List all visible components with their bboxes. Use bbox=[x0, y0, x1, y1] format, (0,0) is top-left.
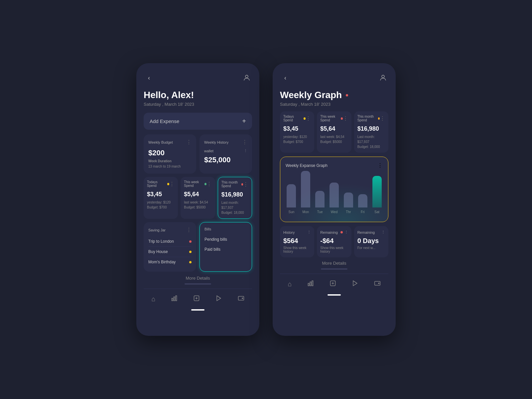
right-nav-add[interactable] bbox=[328, 278, 338, 290]
right-week-spend: This week Spend ⋮ $5,64 last week: $4,54… bbox=[317, 111, 351, 153]
home-indicator bbox=[191, 309, 204, 311]
profile-button[interactable] bbox=[241, 72, 252, 83]
weekly-budget-title: Weekly Budget ⋮ bbox=[148, 139, 192, 145]
svg-marker-17 bbox=[353, 281, 357, 286]
spend-cards-row: Todays Spend ⋮ $3,45 yesterday: $120 Bud… bbox=[144, 177, 252, 219]
wallet-amount: $25,000 bbox=[204, 156, 247, 164]
greeting-title: Hello, Alex! bbox=[144, 90, 252, 100]
todays-spend-menu[interactable]: ⋮ bbox=[169, 181, 175, 187]
month-spend-sub: Last month: $17,937 Budget: 18,000 bbox=[221, 200, 248, 215]
remaining1-menu[interactable]: ⋮ bbox=[344, 230, 348, 234]
right-back-button[interactable]: ‹ bbox=[280, 72, 291, 83]
weekly-budget-amount: $200 bbox=[148, 149, 192, 157]
nav-chart-icon[interactable] bbox=[169, 293, 180, 305]
greeting: Hello, Alex! Saturday , March 18' 2023 bbox=[144, 90, 252, 107]
right-month-spend: This month Spend ⋮ $16,980 Last month: $… bbox=[354, 111, 388, 153]
weekly-budget-card: Weekly Budget ⋮ $200 Week Duration 13 ma… bbox=[144, 134, 196, 174]
bar-thr: Thr bbox=[342, 193, 354, 214]
graph-title-row: Weekly Expanse Graph ⋮ bbox=[286, 162, 383, 169]
add-expense-bar[interactable]: Add Expense + bbox=[144, 113, 252, 130]
nav-add-icon[interactable] bbox=[191, 293, 202, 305]
weekly-history-title: Weekly History ⋮ bbox=[204, 139, 247, 145]
svg-marker-7 bbox=[217, 296, 221, 301]
bills-title: Bills bbox=[204, 227, 247, 231]
more-details: More Details bbox=[144, 276, 252, 281]
week-spend-card: This week Spend ⋮ $5,64 last week: $4,54… bbox=[181, 177, 215, 219]
right-header: ‹ bbox=[280, 72, 388, 83]
weekly-graph-date: Saturday , March 18' 2023 bbox=[280, 102, 388, 107]
weekly-graph-card: Weekly Expanse Graph ⋮ Sun Mon Tue bbox=[280, 157, 388, 222]
bills-card: Bills Pending bills Paid bills bbox=[200, 222, 252, 272]
history-row: History ⋮ $564 Show this week history Re… bbox=[280, 226, 388, 257]
right-nav-chart[interactable] bbox=[305, 278, 316, 290]
weekly-budget-menu[interactable]: ⋮ bbox=[186, 139, 192, 145]
right-month-menu[interactable]: ⋮ bbox=[380, 115, 385, 122]
svg-rect-2 bbox=[174, 297, 175, 301]
saving-jar-title: Saving Jar ⋮ bbox=[148, 227, 192, 233]
history-card: History ⋮ $564 Show this week history bbox=[280, 226, 314, 257]
right-nav-wallet[interactable] bbox=[372, 278, 383, 290]
remaining2-card: Remaining ⋮ 0 Days For next w... bbox=[354, 226, 388, 257]
nav-home-icon[interactable]: ⌂ bbox=[149, 293, 157, 305]
right-profile-button[interactable] bbox=[378, 72, 388, 83]
nav-play-icon[interactable] bbox=[213, 293, 224, 305]
week-spend-menu[interactable]: ⋮ bbox=[206, 181, 212, 187]
bar-sat: Sat bbox=[371, 176, 383, 214]
week-duration-label: Week Duration bbox=[148, 159, 192, 163]
saving-bills-row: Saving Jar ⋮ Trip to London Buy House Mo… bbox=[144, 222, 252, 272]
svg-point-19 bbox=[378, 283, 379, 284]
week-duration-value: 13 march to 19 march bbox=[148, 164, 192, 169]
svg-rect-13 bbox=[312, 281, 313, 286]
history-menu[interactable]: ⋮ bbox=[307, 230, 311, 234]
saving-item-1: Trip to London bbox=[148, 236, 192, 247]
svg-point-0 bbox=[245, 75, 248, 78]
weekly-history-menu[interactable]: ⋮ bbox=[242, 139, 247, 145]
wallet-label: wallet ⋮ bbox=[204, 149, 247, 153]
right-nav-play[interactable] bbox=[350, 278, 360, 290]
svg-point-10 bbox=[382, 75, 384, 78]
add-expense-label: Add Expense bbox=[150, 118, 179, 124]
right-todays-menu[interactable]: ⋮ bbox=[306, 115, 311, 122]
graph-menu[interactable]: ⋮ bbox=[377, 162, 383, 169]
pending-bills-item[interactable]: Pending bills bbox=[204, 234, 247, 244]
wallet-menu[interactable]: ⋮ bbox=[244, 149, 247, 153]
month-spend-title: This month Spend ⋮ bbox=[221, 181, 248, 188]
right-nav-home[interactable]: ⌂ bbox=[286, 278, 294, 290]
remaining2-menu[interactable]: ⋮ bbox=[381, 230, 385, 234]
greeting-date: Saturday , March 18' 2023 bbox=[144, 102, 252, 107]
bar-mon: Mon bbox=[300, 171, 312, 214]
todays-spend-title: Todays Spend ⋮ bbox=[147, 180, 175, 188]
bar-sun: Sun bbox=[286, 184, 297, 214]
week-spend-amount: $5,64 bbox=[184, 191, 211, 198]
month-spend-amount: $16,980 bbox=[221, 191, 248, 198]
right-week-menu[interactable]: ⋮ bbox=[343, 115, 348, 122]
todays-spend-amount: $3,45 bbox=[147, 191, 175, 198]
month-spend-card: This month Spend ⋮ $16,980 Last month: $… bbox=[218, 177, 252, 219]
paid-bills-item[interactable]: Paid bills bbox=[204, 244, 247, 254]
weekly-history-card: Weekly History ⋮ wallet ⋮ $25,000 bbox=[200, 134, 252, 174]
right-home-indicator bbox=[328, 294, 341, 296]
saving-item-3: Mom's Birthday bbox=[148, 257, 192, 267]
add-expense-plus: + bbox=[242, 117, 246, 125]
right-scroll-bar bbox=[321, 268, 347, 270]
svg-rect-11 bbox=[308, 283, 309, 286]
right-more-details: More Details bbox=[280, 261, 388, 266]
month-spend-menu[interactable]: ⋮ bbox=[243, 181, 248, 188]
remaining1-card: Remaining ⋮ -$64 Show this week history bbox=[317, 226, 351, 257]
graph-title: Weekly Expanse Graph bbox=[286, 163, 328, 168]
nav-wallet-icon[interactable] bbox=[236, 293, 246, 305]
week-spend-sub: last week: $4,54 Budget: $5000 bbox=[184, 200, 211, 210]
saving-item-2: Buy House bbox=[148, 247, 192, 257]
back-button[interactable]: ‹ bbox=[144, 72, 154, 83]
svg-rect-12 bbox=[310, 282, 311, 286]
todays-spend-sub: yesterday: $120 Budget: $700 bbox=[147, 200, 175, 210]
left-screen: ‹ Hello, Alex! Saturday , March 18' 2023… bbox=[136, 63, 259, 336]
todays-spend-card: Todays Spend ⋮ $3,45 yesterday: $120 Bud… bbox=[144, 177, 178, 219]
left-header: ‹ bbox=[144, 72, 252, 83]
budget-history-row: Weekly Budget ⋮ $200 Week Duration 13 ma… bbox=[144, 134, 252, 174]
bottom-nav: ⌂ bbox=[144, 289, 252, 307]
bar-chart: Sun Mon Tue Wed Thr bbox=[286, 173, 383, 216]
weekly-graph-title: Weekly Graph bbox=[280, 90, 388, 100]
bar-tue: Tue bbox=[314, 191, 326, 214]
saving-jar-menu[interactable]: ⋮ bbox=[186, 227, 192, 233]
